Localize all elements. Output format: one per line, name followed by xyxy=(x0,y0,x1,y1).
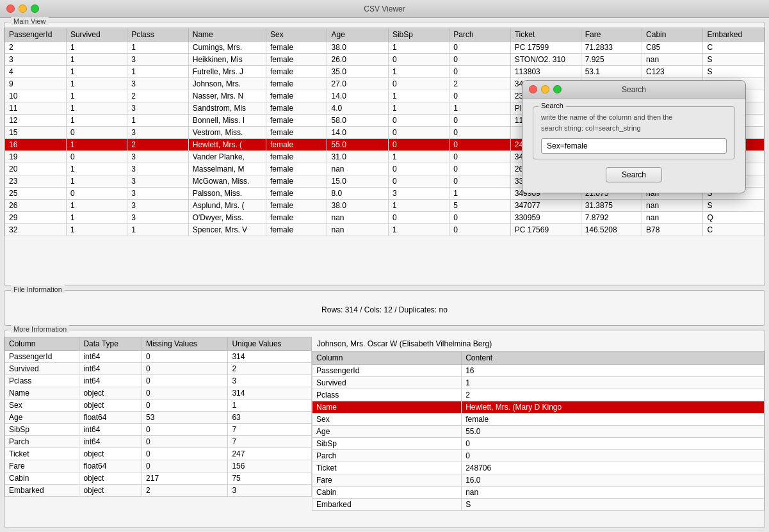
minimize-button[interactable] xyxy=(19,4,27,13)
maximize-button[interactable] xyxy=(31,4,39,13)
col-ticket[interactable]: Ticket xyxy=(510,28,581,42)
list-item[interactable]: Age55.0 xyxy=(312,426,765,438)
list-item[interactable]: Cabinnan xyxy=(312,487,765,499)
dialog-window-controls xyxy=(529,85,562,93)
left-col-missing[interactable]: Missing Values xyxy=(142,337,228,351)
table-header-row: PassengerId Survived Pclass Name Sex Age… xyxy=(5,28,765,42)
dialog-titlebar: Search xyxy=(522,81,745,99)
list-item[interactable]: Pclassint6403 xyxy=(5,375,312,387)
file-info-inner: Rows: 314 / Cols: 12 / Duplicates: no xyxy=(4,297,765,323)
col-embarked[interactable]: Embarked xyxy=(703,28,765,42)
table-row[interactable]: 2913O'Dwyer, Miss.femalenan003309597.879… xyxy=(5,212,765,224)
search-button[interactable]: Search xyxy=(606,167,662,182)
list-item[interactable]: Pclass2 xyxy=(312,389,765,401)
titlebar: CSV Viewer xyxy=(0,0,769,18)
col-age[interactable]: Age xyxy=(327,28,388,42)
list-item[interactable]: Agefloat645363 xyxy=(5,412,312,424)
list-item[interactable]: Nameobject0314 xyxy=(5,387,312,399)
list-item[interactable]: Survived1 xyxy=(312,377,765,389)
col-sex[interactable]: Sex xyxy=(266,28,327,42)
dialog-body: Search write the name of the column and … xyxy=(522,99,745,193)
search-group-label: Search xyxy=(538,102,566,109)
search-dialog: Search Search write the name of the colu… xyxy=(522,80,746,193)
list-item[interactable]: Embarkedobject23 xyxy=(5,485,312,497)
list-item[interactable]: PassengerIdint640314 xyxy=(5,351,312,363)
right-col-column[interactable]: Column xyxy=(312,351,462,365)
list-item[interactable]: Parchint6407 xyxy=(5,436,312,448)
col-sibsp[interactable]: SibSp xyxy=(388,28,449,42)
left-header-row: Column Data Type Missing Values Unique V… xyxy=(5,337,312,351)
right-table-wrap: Johnson, Mrs. Oscar W (Elisabeth Vilhelm… xyxy=(312,337,765,526)
left-col-unique[interactable]: Unique Values xyxy=(228,337,312,351)
col-name[interactable]: Name xyxy=(188,28,266,42)
right-col-content[interactable]: Content xyxy=(462,351,765,365)
list-item[interactable]: Ticketobject0247 xyxy=(5,448,312,460)
list-item[interactable]: Farefloat640156 xyxy=(5,460,312,472)
list-item[interactable]: NameHewlett, Mrs. (Mary D Kingo xyxy=(312,401,765,414)
left-col-datatype[interactable]: Data Type xyxy=(79,337,142,351)
left-col-column[interactable]: Column xyxy=(5,337,79,351)
table-row[interactable]: 3211Spencer, Mrs. Vfemalenan10PC 1756914… xyxy=(5,224,765,236)
col-cabin[interactable]: Cabin xyxy=(642,28,703,42)
list-item[interactable]: Cabinobject21775 xyxy=(5,472,312,485)
close-button[interactable] xyxy=(6,4,15,13)
left-info-table: Column Data Type Missing Values Unique V… xyxy=(4,337,312,497)
col-survived[interactable]: Survived xyxy=(66,28,127,42)
list-item[interactable]: Fare16.0 xyxy=(312,474,765,487)
search-hint: write the name of the column and then th… xyxy=(541,112,727,133)
file-info-panel: File Information Rows: 314 / Cols: 12 / … xyxy=(4,290,765,326)
list-item[interactable]: SibSp0 xyxy=(312,438,765,450)
list-item[interactable]: Survivedint6402 xyxy=(5,363,312,375)
more-info-panel: More Information Column Data Type Missin… xyxy=(4,330,765,528)
table-row[interactable]: 211Cumings, Mrs.female38.010PC 1759971.2… xyxy=(5,42,765,54)
app-title: CSV Viewer xyxy=(364,4,405,13)
list-item[interactable]: Sexobject01 xyxy=(5,399,312,412)
col-passengerid[interactable]: PassengerId xyxy=(5,28,67,42)
list-item[interactable]: Ticket248706 xyxy=(312,462,765,474)
list-item[interactable]: SibSpint6407 xyxy=(5,424,312,436)
left-table-wrap: Column Data Type Missing Values Unique V… xyxy=(4,337,312,526)
search-input[interactable] xyxy=(541,138,727,154)
col-fare[interactable]: Fare xyxy=(581,28,642,42)
list-item[interactable]: EmbarkedS xyxy=(312,499,765,511)
main-view-label: Main View xyxy=(11,17,49,25)
list-item[interactable]: Sexfemale xyxy=(312,414,765,426)
right-header-row: Column Content xyxy=(312,351,765,365)
right-info-table: Column Content PassengerId16Survived1Pcl… xyxy=(312,351,765,511)
dialog-max-button[interactable] xyxy=(553,85,562,93)
col-parch[interactable]: Parch xyxy=(449,28,510,42)
list-item[interactable]: PassengerId16 xyxy=(312,365,765,377)
more-info-inner: Column Data Type Missing Values Unique V… xyxy=(4,337,765,526)
list-item[interactable]: Parch0 xyxy=(312,450,765,462)
left-table-body: PassengerIdint640314Survivedint6402Pclas… xyxy=(5,351,312,497)
dialog-footer: Search xyxy=(533,167,735,182)
dialog-min-button[interactable] xyxy=(541,85,549,93)
file-info-label: File Information xyxy=(11,286,65,293)
col-pclass[interactable]: Pclass xyxy=(127,28,188,42)
table-row[interactable]: 411Futrelle, Mrs. Jfemale35.01011380353.… xyxy=(5,66,765,78)
table-row[interactable]: 313Heikkinen, Misfemale26.000STON/O2. 31… xyxy=(5,54,765,66)
more-info-label: More Information xyxy=(11,325,69,333)
window-controls xyxy=(6,4,39,13)
extra-text: Johnson, Mrs. Oscar W (Elisabeth Vilhelm… xyxy=(312,337,765,351)
dialog-close-button[interactable] xyxy=(529,85,537,93)
table-row[interactable]: 2613Asplund, Mrs. (female38.01534707731.… xyxy=(5,200,765,212)
file-info-text: Rows: 314 / Cols: 12 / Duplicates: no xyxy=(321,305,448,314)
search-group: Search write the name of the column and … xyxy=(533,106,735,159)
right-table-body: PassengerId16Survived1Pclass2NameHewlett… xyxy=(312,365,765,511)
